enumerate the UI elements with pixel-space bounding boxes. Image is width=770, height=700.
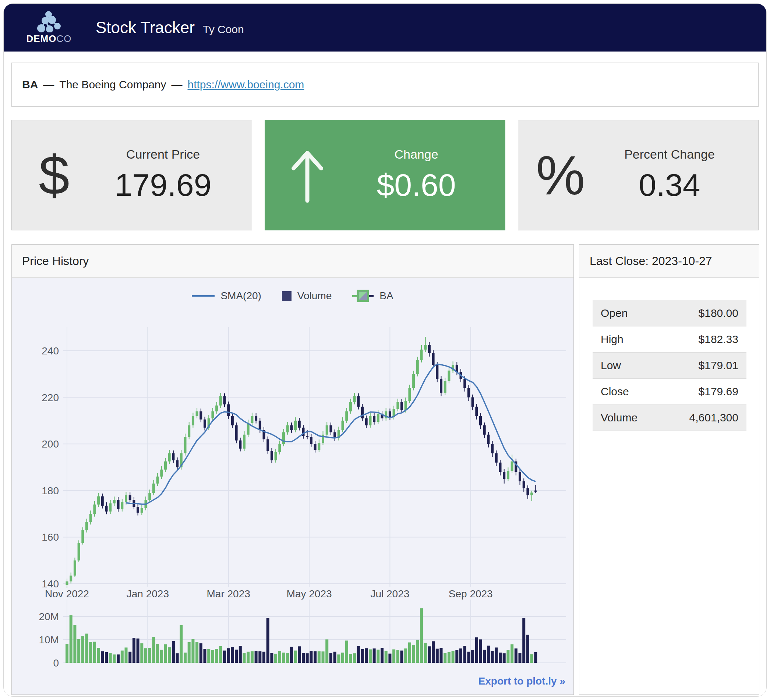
legend-item-volume[interactable]: Volume [282,290,332,302]
molecule-icon [36,11,61,32]
card-label: Change [394,147,438,162]
row-value: $182.33 [662,327,746,352]
svg-text:240: 240 [42,345,59,357]
svg-text:200: 200 [42,438,59,450]
separator: — [171,78,183,91]
table-row: Volume4,601,300 [593,405,746,431]
current-price-card: $ Current Price 179.69 [11,120,252,230]
brand-name: DEMOCO [26,33,72,45]
svg-text:160: 160 [42,532,59,543]
export-plotly-link[interactable]: Export to plot.ly » [479,675,565,687]
company-name: The Boeing Company [59,78,166,91]
legend-item-ba[interactable]: BA [352,289,393,303]
company-ticker: BA [22,78,38,91]
price-history-chart-area: SMA(20) Volume BA [12,278,573,695]
row-value: $179.69 [662,379,746,405]
sma-line-swatch [192,295,215,297]
change-value: $0.60 [377,167,456,203]
price-history-panel: Price History SMA(20) Volume [11,244,574,695]
percent-change-value: 0.34 [639,167,700,203]
legend-label: Volume [298,290,332,302]
quote-table: Open$180.00High$182.33Low$179.01Close$17… [593,300,746,431]
page-subtitle: Ty Coon [203,23,244,36]
svg-text:180: 180 [42,485,59,496]
chart-legend: SMA(20) Volume BA [12,279,573,312]
app-window: DEMOCO Stock Tracker Ty Coon BA — The Bo… [3,3,767,697]
percent-icon: % [536,144,585,207]
current-price-value: 179.69 [115,167,211,203]
row-label: Close [593,379,662,405]
legend-label: BA [380,290,393,302]
table-row: Low$179.01 [593,352,746,379]
legend-label: SMA(20) [220,290,261,302]
card-label: Current Price [126,147,200,162]
price-history-header: Price History [12,245,573,278]
row-label: High [593,327,662,352]
panels-row: Price History SMA(20) Volume [11,244,759,695]
row-value: $180.00 [662,300,746,327]
page-title: Stock Tracker [96,18,195,37]
title-block: Stock Tracker Ty Coon [96,18,244,37]
svg-text:May 2023: May 2023 [287,588,332,600]
row-label: Volume [593,405,662,431]
svg-text:20M: 20M [39,611,59,622]
company-bar: BA — The Boeing Company — https://www.bo… [11,63,759,107]
volume-chart-svg[interactable]: 20M10M0 [12,600,574,673]
volume-swatch [282,291,291,301]
company-website-link[interactable]: https://www.boeing.com [188,78,304,91]
separator: — [43,78,54,91]
candlestick-swatch [352,289,374,303]
svg-text:Sep 2023: Sep 2023 [449,588,493,600]
row-value: 4,601,300 [662,405,746,431]
svg-text:220: 220 [42,392,59,403]
up-arrow-icon [287,144,328,207]
change-card: Change $0.60 [265,120,505,230]
dollar-icon: $ [39,144,69,207]
legend-item-sma[interactable]: SMA(20) [192,290,261,302]
last-close-body: Open$180.00High$182.33Low$179.01Close$17… [579,300,759,431]
svg-text:Nov 2022: Nov 2022 [45,588,89,600]
percent-change-card: % Percent Change 0.34 [518,120,759,230]
svg-text:10M: 10M [39,634,59,645]
svg-text:Mar 2023: Mar 2023 [207,588,250,600]
row-value: $179.01 [662,352,746,379]
svg-text:0: 0 [53,657,59,669]
svg-text:Jan 2023: Jan 2023 [127,588,169,600]
top-header: DEMOCO Stock Tracker Ty Coon [4,4,766,52]
table-row: High$182.33 [593,327,746,352]
price-chart-svg[interactable]: 140160180200220240Nov 2022Jan 2023Mar 20… [12,312,574,600]
export-row: Export to plot.ly » [12,673,573,689]
brand-logo: DEMOCO [25,11,73,45]
last-close-header: Last Close: 2023-10-27 [579,245,759,278]
svg-text:Jul 2023: Jul 2023 [370,588,409,600]
row-label: Open [593,300,662,327]
table-row: Open$180.00 [593,300,746,327]
table-row: Close$179.69 [593,379,746,405]
row-label: Low [593,352,662,379]
stat-cards-row: $ Current Price 179.69 Change $0.60 [11,120,759,230]
last-close-panel: Last Close: 2023-10-27 Open$180.00High$1… [579,244,759,695]
card-label: Percent Change [624,147,715,162]
